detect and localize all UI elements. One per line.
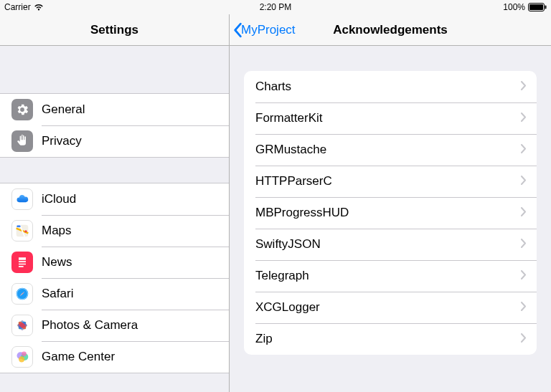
back-label: MyProject: [241, 23, 296, 37]
master-title: Settings: [0, 23, 229, 37]
svg-point-5: [24, 230, 27, 232]
settings-row-gamecenter[interactable]: Game Center: [0, 341, 229, 373]
svg-point-19: [22, 352, 27, 357]
row-label: SwiftyJSON: [255, 237, 521, 252]
detail-pane: MyProject Acknowledgements Charts Format…: [230, 14, 551, 392]
carrier-label: Carrier: [4, 2, 31, 12]
row-label: News: [42, 255, 229, 269]
chevron-right-icon: [521, 143, 537, 157]
settings-row-general[interactable]: General: [0, 94, 229, 125]
row-label: Telegraph: [255, 269, 521, 283]
ack-row-swiftyjson[interactable]: SwiftyJSON: [244, 229, 537, 260]
status-bar: Carrier 2:20 PM 100%: [0, 0, 551, 14]
master-navbar: Settings: [0, 14, 229, 46]
settings-row-icloud[interactable]: iCloud: [0, 183, 229, 215]
ack-row-zip[interactable]: Zip: [244, 323, 537, 355]
chevron-right-icon: [521, 174, 537, 188]
settings-master-pane: Settings General Privacy: [0, 14, 230, 392]
compass-icon: [11, 283, 33, 305]
svg-rect-1: [529, 4, 543, 10]
settings-group-2: iCloud Maps News: [0, 183, 229, 373]
ack-row-grmustache[interactable]: GRMustache: [244, 134, 537, 166]
chevron-right-icon: [521, 332, 537, 346]
chevron-right-icon: [521, 269, 537, 283]
chevron-right-icon: [521, 300, 537, 315]
acknowledgements-list: Charts FormatterKit GRMustache HTTPParse…: [244, 71, 537, 355]
photos-icon: [11, 315, 33, 336]
back-button[interactable]: MyProject: [230, 22, 296, 38]
svg-point-18: [19, 356, 24, 362]
svg-rect-4: [17, 226, 21, 228]
row-label: HTTPParserC: [255, 174, 521, 188]
gamecenter-icon: [11, 346, 33, 368]
chevron-right-icon: [521, 237, 537, 252]
row-label: Zip: [255, 332, 521, 346]
ack-row-charts[interactable]: Charts: [244, 71, 537, 102]
news-icon: [11, 252, 33, 273]
row-label: Maps: [42, 224, 229, 238]
detail-navbar: MyProject Acknowledgements: [230, 14, 551, 46]
row-label: GRMustache: [255, 143, 521, 157]
maps-icon: [11, 220, 33, 242]
settings-row-safari[interactable]: Safari: [0, 278, 229, 310]
chevron-right-icon: [521, 111, 537, 125]
row-label: iCloud: [42, 192, 229, 206]
battery-percent: 100%: [503, 2, 525, 12]
gear-icon: [11, 99, 33, 120]
chevron-right-icon: [521, 80, 537, 94]
hand-icon: [11, 130, 33, 152]
settings-row-privacy[interactable]: Privacy: [0, 125, 229, 157]
row-label: Game Center: [42, 350, 229, 364]
ack-row-formatterkit[interactable]: FormatterKit: [244, 102, 537, 134]
settings-group-1: General Privacy: [0, 93, 229, 158]
time-label: 2:20 PM: [260, 2, 292, 12]
settings-row-photos[interactable]: Photos & Camera: [0, 310, 229, 341]
cloud-icon: [11, 188, 33, 210]
ack-row-mbprogresshud[interactable]: MBProgressHUD: [244, 197, 537, 229]
row-label: MBProgressHUD: [255, 206, 521, 220]
ack-row-telegraph[interactable]: Telegraph: [244, 260, 537, 292]
row-label: XCGLogger: [255, 300, 521, 315]
row-label: FormatterKit: [255, 111, 521, 125]
ack-row-httpparserc[interactable]: HTTPParserC: [244, 166, 537, 197]
row-label: Charts: [255, 80, 521, 94]
row-label: Privacy: [42, 134, 229, 148]
wifi-icon: [34, 4, 44, 11]
row-label: Photos & Camera: [42, 318, 229, 333]
row-label: General: [42, 102, 229, 117]
row-label: Safari: [42, 287, 229, 301]
settings-row-maps[interactable]: Maps: [0, 215, 229, 247]
chevron-right-icon: [521, 206, 537, 220]
svg-rect-2: [545, 6, 547, 9]
battery-icon: [528, 3, 547, 11]
settings-row-news[interactable]: News: [0, 247, 229, 278]
ack-row-xcglogger[interactable]: XCGLogger: [244, 292, 537, 323]
